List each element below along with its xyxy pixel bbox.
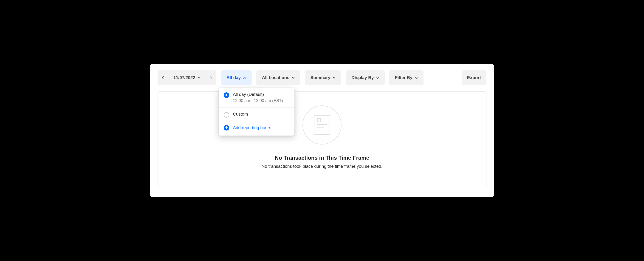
chevron-down-icon	[415, 76, 418, 79]
chevron-up-icon	[243, 76, 246, 79]
locations-filter-label: All Locations	[262, 75, 289, 80]
empty-state-title: No Transactions in This Time Frame	[275, 154, 369, 161]
display-by-filter-button[interactable]: Display By	[346, 70, 385, 85]
plus-icon	[224, 125, 229, 130]
report-window: 11/07/2022 All day All Locations	[150, 64, 494, 197]
display-by-filter-label: Display By	[352, 75, 374, 80]
chevron-left-icon	[161, 76, 164, 79]
time-option-label: All day (Default)	[233, 92, 283, 97]
date-picker-label: 11/07/2022	[174, 75, 195, 80]
document-icon	[314, 115, 330, 135]
chevron-down-icon	[376, 76, 379, 79]
toolbar: 11/07/2022 All day All Locations	[158, 70, 486, 85]
chevron-right-icon	[210, 76, 213, 79]
empty-state-subtitle: No transactions took place during the ti…	[262, 164, 382, 169]
next-day-button[interactable]	[206, 70, 216, 85]
time-filter-dropdown: All day (Default) 12:00 am - 12:00 am (E…	[219, 88, 294, 136]
summary-filter-label: Summary	[310, 75, 330, 80]
radio-icon	[224, 112, 229, 118]
filter-by-button[interactable]: Filter By	[389, 70, 423, 85]
date-picker-button[interactable]: 11/07/2022	[168, 70, 206, 85]
summary-filter-button[interactable]: Summary	[305, 70, 342, 85]
time-filter-button[interactable]: All day	[221, 70, 252, 85]
time-option-label: Custom	[233, 112, 248, 117]
export-button-label: Export	[467, 75, 481, 80]
time-option-custom[interactable]: Custom	[219, 108, 294, 122]
locations-filter-button[interactable]: All Locations	[256, 70, 300, 85]
chevron-down-icon	[332, 76, 336, 79]
prev-day-button[interactable]	[158, 70, 168, 85]
radio-icon	[224, 92, 229, 98]
chevron-down-icon	[292, 76, 295, 79]
time-option-sublabel: 12:00 am - 12:00 am (EST)	[233, 98, 283, 103]
chevron-down-icon	[198, 76, 201, 79]
add-reporting-hours-label: Add reporting hours	[233, 125, 271, 130]
content-frame: No Transactions in This Time Frame No tr…	[158, 92, 486, 188]
time-option-all-day[interactable]: All day (Default) 12:00 am - 12:00 am (E…	[219, 88, 294, 107]
time-filter-label: All day	[226, 75, 241, 80]
date-navigator: 11/07/2022	[158, 70, 216, 85]
time-option-text: All day (Default) 12:00 am - 12:00 am (E…	[233, 92, 283, 103]
export-button[interactable]: Export	[462, 70, 486, 85]
add-reporting-hours-link[interactable]: Add reporting hours	[219, 122, 294, 136]
filter-by-label: Filter By	[395, 75, 412, 80]
empty-state-icon	[302, 106, 342, 144]
